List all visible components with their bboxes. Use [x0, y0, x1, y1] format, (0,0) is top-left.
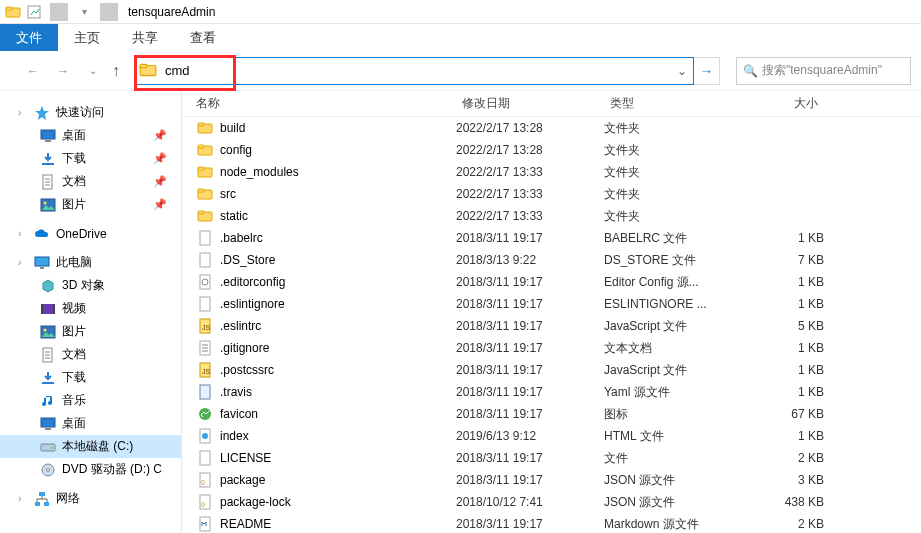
svg-rect-50: [200, 385, 210, 399]
sidebar-heading[interactable]: ›此电脑: [0, 251, 181, 274]
file-row[interactable]: {}package2018/3/11 19:17JSON 源文件3 KB: [182, 469, 921, 491]
json-icon: {}: [196, 493, 214, 511]
file-name: package-lock: [220, 495, 291, 509]
file-row[interactable]: {}package-lock2018/10/12 7:41JSON 源文件438…: [182, 491, 921, 513]
recent-dropdown[interactable]: ⌄: [82, 60, 104, 82]
file-size: 1 KB: [754, 385, 824, 399]
file-row[interactable]: favicon2018/3/11 19:17图标67 KB: [182, 403, 921, 425]
file-row[interactable]: build2022/2/17 13:28文件夹: [182, 117, 921, 139]
file-row[interactable]: .DS_Store2018/3/13 9:22DS_STORE 文件7 KB: [182, 249, 921, 271]
back-button[interactable]: ←: [22, 60, 44, 82]
properties-icon[interactable]: [25, 3, 43, 21]
svg-rect-33: [198, 145, 204, 148]
chevron-icon: ›: [18, 257, 28, 268]
file-date: 2018/3/11 19:17: [456, 231, 604, 245]
file-row[interactable]: node_modules2022/2/17 13:33文件夹: [182, 161, 921, 183]
sidebar-item[interactable]: 文档: [0, 343, 181, 366]
file-row[interactable]: .eslintignore2018/3/11 19:17ESLINTIGNORE…: [182, 293, 921, 315]
file-row[interactable]: JS.postcssrc2018/3/11 19:17JavaScript 文件…: [182, 359, 921, 381]
svg-rect-2: [28, 6, 40, 18]
sidebar-item[interactable]: 3D 对象: [0, 274, 181, 297]
sidebar-item[interactable]: 桌面📌: [0, 124, 181, 147]
file-name: .postcssrc: [220, 363, 274, 377]
address-dropdown-icon[interactable]: ⌄: [671, 64, 693, 78]
folder-icon: [196, 141, 214, 159]
sidebar-item-label: 图片: [62, 323, 86, 340]
svg-point-11: [44, 201, 47, 204]
svg-rect-28: [35, 502, 40, 506]
column-header-size[interactable]: 大小: [754, 95, 824, 112]
file-row[interactable]: config2022/2/17 13:28文件夹: [182, 139, 921, 161]
tab-view[interactable]: 查看: [174, 24, 232, 51]
address-input[interactable]: [163, 61, 671, 80]
html-icon: [196, 427, 214, 445]
tab-file[interactable]: 文件: [0, 24, 58, 51]
up-button[interactable]: ↑: [112, 62, 120, 80]
file-row[interactable]: README2018/3/11 19:17Markdown 源文件2 KB: [182, 513, 921, 533]
titlebar: ▾ tensquareAdmin: [0, 0, 921, 24]
separator: [50, 3, 68, 21]
svg-rect-31: [198, 123, 204, 126]
svg-rect-1: [6, 7, 12, 10]
file-date: 2018/3/11 19:17: [456, 517, 604, 531]
column-header-name[interactable]: 名称: [196, 95, 456, 112]
file-row[interactable]: .editorconfig2018/3/11 19:17Editor Confi…: [182, 271, 921, 293]
file-icon: [196, 449, 214, 467]
address-wrap: ⌄ →: [134, 57, 720, 85]
chevron-icon: ›: [18, 493, 28, 504]
tab-home[interactable]: 主页: [58, 24, 116, 51]
svg-rect-40: [200, 231, 210, 245]
sidebar-item-label: 视频: [62, 300, 86, 317]
file-row[interactable]: .travis2018/3/11 19:17Yaml 源文件1 KB: [182, 381, 921, 403]
file-size: 1 KB: [754, 341, 824, 355]
network-icon: [34, 491, 50, 507]
file-row[interactable]: JS.eslintrc2018/3/11 19:17JavaScript 文件5…: [182, 315, 921, 337]
sidebar-item-label: 桌面: [62, 415, 86, 432]
forward-button[interactable]: →: [52, 60, 74, 82]
sidebar-heading[interactable]: ›网络: [0, 487, 181, 510]
download-icon: [40, 151, 56, 167]
sidebar-item[interactable]: 音乐: [0, 389, 181, 412]
svg-rect-29: [44, 502, 49, 506]
sidebar-item[interactable]: DVD 驱动器 (D:) C: [0, 458, 181, 481]
sidebar-item[interactable]: 图片📌: [0, 193, 181, 216]
svg-rect-27: [39, 492, 45, 496]
column-header-type[interactable]: 类型: [604, 95, 754, 112]
sidebar-item-label: 图片: [62, 196, 86, 213]
search-box[interactable]: 🔍 搜索"tensquareAdmin": [736, 57, 911, 85]
file-row[interactable]: static2022/2/17 13:33文件夹: [182, 205, 921, 227]
file-icon: [196, 251, 214, 269]
file-row[interactable]: src2022/2/17 13:33文件夹: [182, 183, 921, 205]
sidebar-item[interactable]: 图片: [0, 320, 181, 343]
down-chevron-icon[interactable]: ▾: [75, 3, 93, 21]
pin-icon: 📌: [153, 198, 167, 211]
sidebar-item[interactable]: 桌面: [0, 412, 181, 435]
column-header-date[interactable]: 修改日期: [456, 95, 604, 112]
address-bar[interactable]: ⌄: [134, 57, 694, 85]
sidebar-item[interactable]: 下载: [0, 366, 181, 389]
file-row[interactable]: .gitignore2018/3/11 19:17文本文档1 KB: [182, 337, 921, 359]
sidebar-item[interactable]: 文档📌: [0, 170, 181, 193]
file-name: config: [220, 143, 252, 157]
sidebar-item[interactable]: 视频: [0, 297, 181, 320]
file-row[interactable]: index2019/6/13 9:12HTML 文件1 KB: [182, 425, 921, 447]
file-type: BABELRC 文件: [604, 230, 754, 247]
file-type: HTML 文件: [604, 428, 754, 445]
svg-rect-44: [200, 297, 210, 311]
go-button[interactable]: →: [694, 57, 720, 85]
sidebar-item-label: 文档: [62, 173, 86, 190]
chevron-icon: ›: [18, 107, 28, 118]
sidebar-heading[interactable]: ›快速访问: [0, 101, 181, 124]
sidebar-heading[interactable]: ›OneDrive: [0, 222, 181, 245]
file-row[interactable]: .babelrc2018/3/11 19:17BABELRC 文件1 KB: [182, 227, 921, 249]
file-date: 2022/2/17 13:33: [456, 209, 604, 223]
file-date: 2018/3/11 19:17: [456, 297, 604, 311]
sidebar-item[interactable]: 本地磁盘 (C:): [0, 435, 181, 458]
sidebar-item[interactable]: 下载📌: [0, 147, 181, 170]
tab-share[interactable]: 共享: [116, 24, 174, 51]
svg-text:{}: {}: [201, 501, 205, 507]
file-row[interactable]: LICENSE2018/3/11 19:17文件2 KB: [182, 447, 921, 469]
file-date: 2022/2/17 13:33: [456, 165, 604, 179]
file-name: index: [220, 429, 249, 443]
file-type: JSON 源文件: [604, 472, 754, 489]
